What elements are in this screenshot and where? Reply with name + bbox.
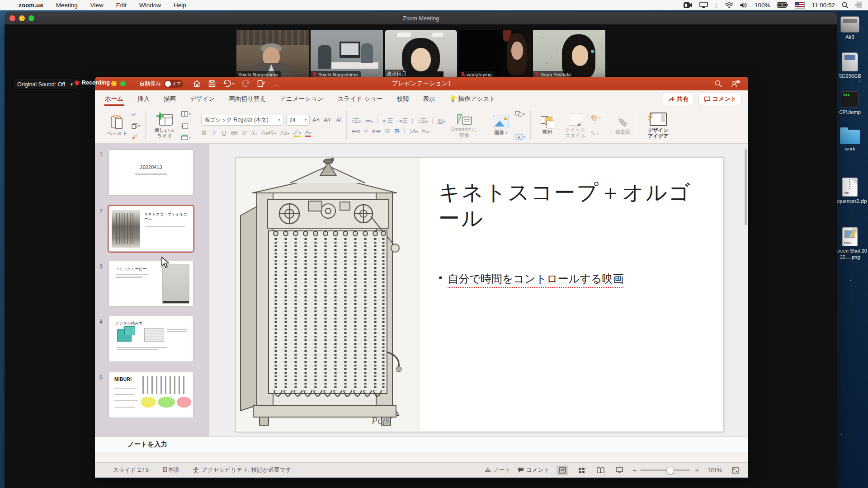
desktop-icon-sequencer2-zip[interactable]: ZIP sequencer2.zip bbox=[833, 178, 867, 205]
bluetooth-icon[interactable]: ᛒ bbox=[715, 2, 718, 9]
powerpoint-titlebar[interactable]: プレゼンテーション1 自動保存 オフ ▾ bbox=[95, 77, 748, 90]
tab-design[interactable]: デザイン bbox=[189, 91, 216, 107]
participant-tile-1[interactable]: Yoichi Nagashima bbox=[236, 30, 309, 79]
airplay-display-icon[interactable] bbox=[699, 2, 708, 8]
decrease-indent-button[interactable]: ⇤☰ bbox=[382, 117, 393, 124]
save-as-icon[interactable] bbox=[257, 80, 265, 87]
original-sound-toggle-button[interactable]: Original Sound: Off ▼ bbox=[12, 79, 79, 90]
desktop-icon-work[interactable]: work bbox=[833, 127, 867, 152]
tab-insert[interactable]: 挿入 bbox=[137, 91, 151, 107]
font-size-select[interactable]: 24▾ bbox=[286, 115, 310, 126]
participant-tile-2[interactable]: Yoichi Nagashima bbox=[311, 30, 383, 79]
justify-button[interactable]: ☰ bbox=[385, 127, 390, 135]
shape-outline-button[interactable]: ✎▾ bbox=[591, 130, 601, 137]
slide-thumbnail-2-selected[interactable]: キネトスコープ＋オルゴール bbox=[108, 206, 193, 252]
strikethrough-button[interactable]: ab bbox=[231, 129, 237, 136]
participant-tile-3-active-speaker[interactable]: 清水秋月 bbox=[385, 30, 457, 79]
menu-item-edit[interactable]: Edit bbox=[116, 2, 127, 9]
tab-animations[interactable]: アニメーション bbox=[279, 91, 324, 107]
zoom-percent[interactable]: 101% bbox=[708, 467, 722, 474]
slideshow-view-button[interactable] bbox=[613, 465, 625, 475]
picture-button[interactable]: 画像 ▾ bbox=[489, 116, 513, 136]
slide-bullet-text[interactable]: • 自分で時間をコントロールする映画 bbox=[439, 272, 623, 286]
subscript-button[interactable]: x₂ bbox=[252, 129, 258, 136]
video-camera-status-icon[interactable] bbox=[684, 2, 693, 8]
slide-thumbnail-1[interactable]: 20220413 bbox=[108, 150, 193, 196]
menu-item-help[interactable]: Help bbox=[174, 2, 186, 9]
notes-input-bar[interactable]: ノートを入力 bbox=[95, 436, 748, 452]
superscript-button[interactable]: x² bbox=[242, 129, 248, 136]
menu-item-view[interactable]: View bbox=[90, 2, 104, 9]
decrease-font-button[interactable]: A˅ bbox=[324, 117, 331, 123]
paste-button[interactable]: ペースト bbox=[105, 115, 129, 136]
text-box-button[interactable]: A ▾ bbox=[515, 134, 525, 140]
highlight-color-button[interactable]: 🖊▾ bbox=[293, 129, 301, 137]
reset-slide-button[interactable] bbox=[181, 123, 191, 129]
undo-icon[interactable] bbox=[223, 80, 231, 87]
control-center-icon[interactable] bbox=[855, 2, 862, 8]
shape-fill-button[interactable]: 🎨▾ bbox=[591, 114, 601, 121]
columns-button[interactable]: ▥▾ bbox=[438, 117, 445, 124]
copy-button[interactable]: ▾ bbox=[132, 123, 140, 129]
align-center-button[interactable]: ≡ bbox=[364, 127, 368, 134]
font-name-select[interactable]: 游ゴシック Regular (本文)▾ bbox=[201, 115, 283, 126]
new-slide-button[interactable]: 新しいスライド bbox=[151, 113, 179, 139]
menu-bar-clock[interactable]: 11:00:52 bbox=[811, 2, 835, 9]
slide-layout-button[interactable]: ▾ bbox=[181, 111, 191, 117]
design-ideas-button[interactable]: ⚡ デザイン アイデア bbox=[645, 113, 671, 139]
tab-home[interactable]: ホーム bbox=[104, 91, 124, 107]
tab-slideshow[interactable]: スライド ショー bbox=[336, 91, 383, 107]
section-button[interactable]: ▾ bbox=[181, 135, 191, 140]
tab-tell-me[interactable]: 💡操作アシスト bbox=[448, 91, 497, 107]
desktop-icon-cputemp[interactable]: CPUtemp bbox=[833, 91, 867, 116]
slide-title-text[interactable]: キネトスコープ＋オルゴール bbox=[439, 179, 696, 231]
clear-formatting-button[interactable]: A̸ bbox=[335, 117, 341, 123]
desktop-icon-sd256gb[interactable]: SD256GB bbox=[833, 52, 867, 80]
participant-tile-5[interactable]: Saya Yoshida bbox=[533, 30, 605, 79]
slide-sorter-view-button[interactable] bbox=[576, 465, 587, 475]
window-traffic-lights[interactable] bbox=[9, 15, 34, 21]
normal-view-button[interactable] bbox=[557, 465, 568, 475]
character-spacing-button[interactable]: A⇄V▾ bbox=[262, 129, 276, 136]
vertical-scrollbar-thumb[interactable] bbox=[745, 149, 747, 225]
autosave-control[interactable]: 自動保存 オフ bbox=[139, 80, 183, 88]
increase-font-button[interactable]: A˄ bbox=[312, 117, 320, 123]
cut-button[interactable]: ✂ bbox=[132, 111, 140, 118]
align-text-button[interactable]: ⇱▾ bbox=[422, 127, 429, 135]
close-window-button[interactable] bbox=[9, 15, 15, 21]
bold-button[interactable]: B bbox=[201, 129, 207, 136]
spotlight-search-icon[interactable] bbox=[842, 2, 848, 8]
slide-thumbnail-4[interactable]: デジタル積み木 bbox=[108, 316, 193, 362]
desktop-icon-air3[interactable]: Air3 bbox=[833, 16, 867, 41]
zoom-in-button[interactable]: ＋ bbox=[693, 466, 700, 474]
comments-toggle-button[interactable]: コメント bbox=[518, 466, 549, 474]
arrange-button[interactable]: 整列 bbox=[536, 116, 559, 135]
zoom-window-titlebar[interactable]: Zoom Meeting bbox=[5, 12, 837, 24]
participant-tile-4[interactable]: wangfuying bbox=[459, 30, 531, 79]
share-button[interactable]: 共有 bbox=[663, 93, 694, 105]
slide-thumbnail-3[interactable]: コミックムービー bbox=[108, 261, 193, 307]
slide-thumbnail-5[interactable]: MIBURI bbox=[108, 372, 193, 418]
wifi-icon[interactable] bbox=[725, 2, 733, 8]
menu-item-meeting[interactable]: Meeting bbox=[56, 2, 78, 9]
change-case-button[interactable]: Aa▾ bbox=[280, 129, 289, 136]
input-language-flag-icon[interactable] bbox=[795, 2, 805, 9]
align-left-button[interactable]: ⬅̶≡ bbox=[352, 127, 360, 135]
tab-draw[interactable]: 描画 bbox=[163, 91, 177, 107]
current-slide[interactable]: Pojs キネトスコープ＋オルゴール • 自分で時間をコントロールする映画 bbox=[236, 157, 724, 432]
zoom-window-button[interactable] bbox=[28, 15, 34, 21]
language-indicator[interactable]: 日本語 bbox=[162, 466, 179, 474]
volume-icon[interactable] bbox=[740, 2, 748, 8]
recording-indicator[interactable]: Recording bbox=[75, 80, 110, 86]
numbering-button[interactable]: ≔▾ bbox=[365, 117, 373, 124]
chevron-down-icon[interactable]: ▾ bbox=[232, 82, 234, 86]
menu-item-window[interactable]: Window bbox=[139, 2, 161, 9]
minimize-window-button[interactable] bbox=[19, 15, 25, 21]
accessibility-status[interactable]: アクセシビリティ: 検討が必要です bbox=[193, 466, 291, 474]
autosave-toggle[interactable]: オフ bbox=[164, 80, 183, 88]
convert-to-smartart-button[interactable]: SmartArt に変換 bbox=[450, 113, 479, 138]
bullets-button[interactable]: ⁝☰▾ bbox=[352, 117, 361, 124]
line-spacing-button[interactable]: ↕☰▾ bbox=[417, 117, 428, 124]
more-commands-icon[interactable]: … bbox=[273, 80, 280, 88]
menu-app-name[interactable]: zoom.us bbox=[19, 2, 43, 9]
